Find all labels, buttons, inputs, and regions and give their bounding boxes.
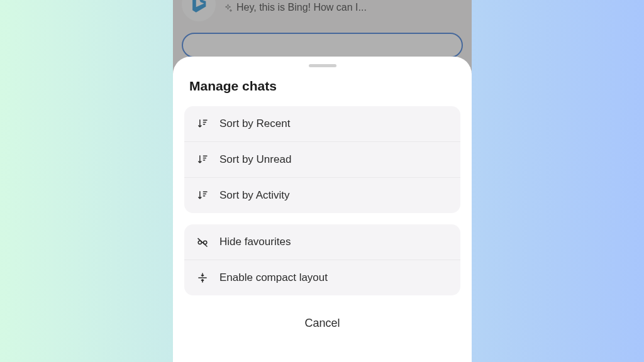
option-label: Hide favourites bbox=[219, 236, 291, 248]
option-label: Sort by Recent bbox=[219, 118, 290, 130]
phone-viewport: Bing 16/02/2024 bbox=[173, 0, 472, 362]
option-label: Enable compact layout bbox=[219, 272, 328, 284]
view-options-group: Hide favourites Enable compact layout bbox=[184, 224, 460, 295]
sort-options-group: Sort by Recent Sort by Unread Sort by Ac… bbox=[184, 106, 460, 213]
option-hide-favourites[interactable]: Hide favourites bbox=[184, 224, 460, 260]
glasses-off-icon bbox=[196, 235, 209, 249]
sheet-grab-handle[interactable] bbox=[309, 64, 336, 67]
option-label: Sort by Unread bbox=[219, 153, 291, 166]
sort-icon bbox=[196, 189, 209, 202]
sort-icon bbox=[196, 153, 209, 167]
option-label: Sort by Activity bbox=[219, 189, 289, 202]
cancel-button[interactable]: Cancel bbox=[173, 307, 472, 340]
option-compact-layout[interactable]: Enable compact layout bbox=[184, 260, 460, 295]
compact-layout-icon bbox=[196, 271, 209, 285]
sort-icon bbox=[196, 117, 209, 131]
option-sort-recent[interactable]: Sort by Recent bbox=[184, 106, 460, 142]
sheet-title: Manage chats bbox=[173, 79, 472, 106]
option-sort-activity[interactable]: Sort by Activity bbox=[184, 178, 460, 213]
option-sort-unread[interactable]: Sort by Unread bbox=[184, 142, 460, 178]
manage-chats-sheet: Manage chats Sort by Recent Sort by Unre… bbox=[173, 57, 472, 362]
